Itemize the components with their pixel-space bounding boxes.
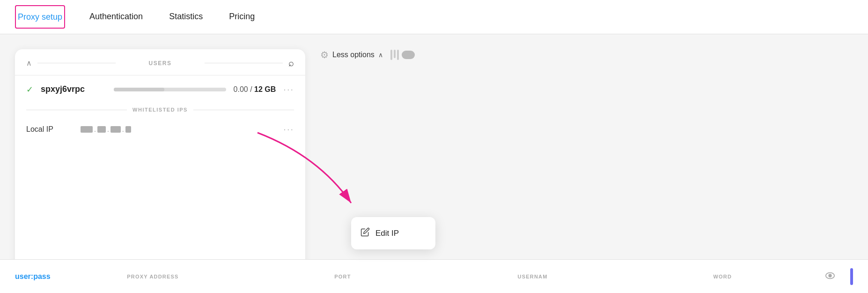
whitelisted-divider-left bbox=[26, 110, 127, 110]
svg-point-2 bbox=[829, 274, 831, 277]
user-more-button[interactable]: ··· bbox=[283, 84, 294, 95]
user-active-icon: ✓ bbox=[26, 84, 33, 95]
less-options-button[interactable]: ⚙ Less options ∧ bbox=[320, 49, 383, 60]
users-card: ∧ USERS ⌕ ✓ spxyj6vrpc 0.00 / 12 GB ··· … bbox=[15, 49, 305, 293]
card-header: ∧ USERS ⌕ bbox=[15, 49, 305, 75]
toggle-line-3 bbox=[397, 50, 399, 60]
less-options-label: Less options bbox=[332, 51, 375, 59]
user-row: ✓ spxyj6vrpc 0.00 / 12 GB ··· bbox=[15, 75, 305, 103]
whitelisted-ips-section-header: WHITELISTED IPS bbox=[15, 103, 305, 116]
auth-type-button[interactable]: user:pass bbox=[15, 272, 51, 281]
toggle-switch[interactable] bbox=[402, 51, 415, 59]
tab-authentication[interactable]: Authentication bbox=[88, 0, 145, 34]
password-eye-icon[interactable] bbox=[825, 271, 835, 282]
edit-icon bbox=[360, 227, 370, 239]
tab-pricing[interactable]: Pricing bbox=[227, 0, 257, 34]
right-panel-header: ⚙ Less options ∧ bbox=[320, 49, 853, 60]
col-username: USERNAM bbox=[445, 274, 620, 279]
col-port: PORT bbox=[255, 274, 430, 279]
edit-ip-label: Edit IP bbox=[375, 229, 399, 238]
ip-block-1 bbox=[81, 126, 93, 133]
scroll-indicator[interactable] bbox=[850, 268, 853, 285]
toggle-lines-icon bbox=[390, 50, 399, 60]
collapse-chevron-icon[interactable]: ∧ bbox=[26, 59, 32, 68]
user-quota-fill bbox=[114, 88, 164, 91]
toggle-line-1 bbox=[390, 50, 392, 60]
user-quota-text: 0.00 / 12 GB bbox=[234, 85, 276, 94]
username-label: spxyj6vrpc bbox=[41, 84, 106, 94]
main-content: ∧ USERS ⌕ ✓ spxyj6vrpc 0.00 / 12 GB ··· … bbox=[0, 34, 868, 293]
header-divider-left bbox=[37, 63, 116, 63]
ip-masked-value: . . . bbox=[81, 126, 276, 133]
whitelisted-divider-right bbox=[193, 110, 294, 110]
column-toggle-button[interactable] bbox=[390, 50, 415, 60]
chevron-up-icon: ∧ bbox=[378, 51, 383, 59]
search-icon[interactable]: ⌕ bbox=[288, 58, 294, 68]
ip-block-4 bbox=[125, 126, 131, 133]
tab-statistics[interactable]: Statistics bbox=[167, 0, 205, 34]
ip-more-button[interactable]: ··· bbox=[283, 124, 294, 135]
right-panel: ⚙ Less options ∧ bbox=[320, 49, 853, 293]
user-quota-progress bbox=[114, 88, 226, 91]
ip-block-2 bbox=[97, 126, 106, 133]
gear-icon: ⚙ bbox=[320, 49, 329, 60]
toggle-line-2 bbox=[394, 50, 396, 58]
edit-ip-menu-item[interactable]: Edit IP bbox=[351, 221, 435, 246]
ip-label: Local IP bbox=[26, 125, 73, 134]
col-password: WORD bbox=[635, 274, 810, 279]
users-section-title: USERS bbox=[121, 60, 199, 67]
tab-proxy-setup[interactable]: Proxy setup bbox=[15, 5, 65, 29]
bottom-bar: user:pass PROXY ADDRESS PORT USERNAM WOR… bbox=[0, 259, 868, 293]
col-proxy-address: PROXY ADDRESS bbox=[66, 274, 241, 279]
ip-row: Local IP . . . ··· bbox=[15, 116, 305, 142]
top-navigation: Proxy setup Authentication Statistics Pr… bbox=[0, 0, 868, 34]
whitelisted-ips-title: WHITELISTED IPS bbox=[132, 107, 188, 113]
header-divider-right bbox=[205, 63, 283, 63]
context-menu: Edit IP bbox=[351, 217, 435, 249]
ip-block-3 bbox=[110, 126, 121, 133]
